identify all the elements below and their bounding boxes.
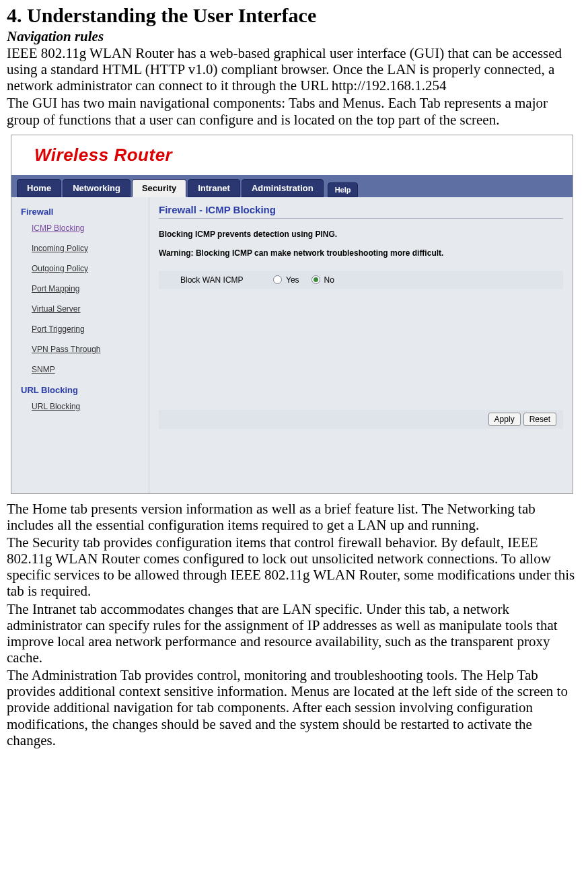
after-paragraph-1: The Home tab presents version informatio… (7, 501, 581, 533)
radio-group-yes: Yes (273, 275, 299, 285)
embedded-screenshot: Wireless Router Home Networking Security… (7, 131, 581, 498)
tab-help[interactable]: Help (328, 182, 359, 197)
router-gui-window: Wireless Router Home Networking Security… (11, 135, 573, 494)
gui-header: Wireless Router (11, 135, 573, 175)
reset-button[interactable]: Reset (523, 413, 556, 426)
button-bar: Apply Reset (159, 410, 563, 429)
sidebar-item-port-mapping[interactable]: Port Mapping (32, 284, 145, 293)
tab-security[interactable]: Security (132, 179, 186, 197)
tab-administration[interactable]: Administration (242, 179, 324, 197)
sidebar-item-snmp[interactable]: SNMP (32, 365, 145, 374)
radio-label-no: No (324, 275, 334, 285)
sidebar-heading-url-blocking: URL Blocking (21, 385, 145, 395)
main-panel: Firewall - ICMP Blocking Blocking ICMP p… (149, 197, 573, 493)
tab-networking[interactable]: Networking (63, 179, 131, 197)
apply-button[interactable]: Apply (488, 413, 521, 426)
radio-no[interactable] (311, 275, 320, 284)
sidebar-heading-firewall: Firewall (21, 207, 145, 217)
field-row-block-wan-icmp: Block WAN ICMP Yes No (159, 271, 563, 289)
after-paragraph-3: The Intranet tab accommodates changes th… (7, 601, 581, 666)
tab-intranet[interactable]: Intranet (188, 179, 240, 197)
page-description: Blocking ICMP prevents detection using P… (159, 230, 563, 239)
sidebar-item-port-triggering[interactable]: Port Triggering (32, 324, 145, 334)
radio-label-yes: Yes (286, 275, 299, 285)
page-warning: Warning: Blocking ICMP can make network … (159, 248, 563, 258)
radio-yes[interactable] (273, 275, 282, 284)
sidebar-item-outgoing-policy[interactable]: Outgoing Policy (32, 264, 145, 273)
sidebar-item-vpn-pass-through[interactable]: VPN Pass Through (32, 345, 145, 354)
field-label: Block WAN ICMP (180, 275, 261, 285)
section-subheading: Navigation rules (7, 28, 581, 45)
intro-paragraph-2: The GUI has two main navigational compon… (7, 95, 581, 127)
sidebar-item-incoming-policy[interactable]: Incoming Policy (32, 244, 145, 253)
after-paragraph-4: The Administration Tab provides control,… (7, 667, 581, 748)
tab-home[interactable]: Home (17, 179, 61, 197)
section-heading: 4. Understanding the User Interface (7, 4, 581, 27)
sidebar-item-icmp-blocking[interactable]: ICMP Blocking (32, 223, 145, 233)
logo-text: Wireless Router (34, 145, 172, 165)
sidebar: Firewall ICMP Blocking Incoming Policy O… (11, 197, 149, 493)
sidebar-item-url-blocking[interactable]: URL Blocking (32, 402, 145, 411)
gui-body: Firewall ICMP Blocking Incoming Policy O… (11, 197, 573, 493)
radio-group-no: No (311, 275, 334, 285)
sidebar-item-virtual-server[interactable]: Virtual Server (32, 304, 145, 314)
after-paragraph-2: The Security tab provides configuration … (7, 534, 581, 600)
tab-bar: Home Networking Security Intranet Admini… (11, 175, 573, 197)
intro-paragraph-1: IEEE 802.11g WLAN Router has a web-based… (7, 45, 581, 94)
page-title: Firewall - ICMP Blocking (159, 204, 563, 219)
